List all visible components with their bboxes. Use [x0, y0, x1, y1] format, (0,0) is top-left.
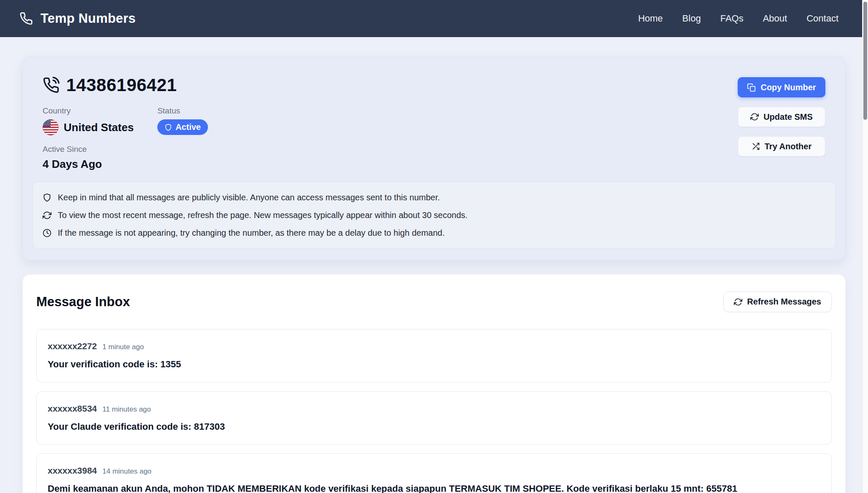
- nav-link-home[interactable]: Home: [638, 13, 663, 24]
- nav-link-about[interactable]: About: [763, 13, 787, 24]
- message-body: Demi keamanan akun Anda, mohon TIDAK MEM…: [48, 483, 820, 493]
- shuffle-icon: [752, 142, 760, 151]
- active-since-value: 4 Days Ago: [43, 158, 208, 171]
- notice-text: If the message is not appearing, try cha…: [58, 228, 445, 238]
- message-timestamp: 11 minutes ago: [102, 405, 151, 414]
- nav-link-contact[interactable]: Contact: [806, 13, 838, 24]
- notice-text: Keep in mind that all messages are publi…: [58, 193, 440, 202]
- brand-title: Temp Numbers: [40, 11, 136, 26]
- notice-row-refresh: To view the most recent message, refresh…: [43, 210, 825, 220]
- message-inbox-card: Message Inbox Refresh Messages xxxxxx227…: [22, 274, 846, 493]
- status-value: Active: [175, 122, 201, 132]
- status-label: Status: [157, 106, 208, 116]
- phone-call-icon: [43, 77, 59, 94]
- message-timestamp: 14 minutes ago: [102, 467, 151, 476]
- page: Temp Numbers Home Blog FAQs About Contac…: [0, 0, 868, 493]
- update-sms-button[interactable]: Update SMS: [738, 107, 825, 127]
- refresh-icon: [734, 298, 742, 306]
- message-row: xxxxxx2272 1 minute ago Your verificatio…: [36, 329, 832, 383]
- inbox-title: Message Inbox: [36, 294, 130, 310]
- navbar: Temp Numbers Home Blog FAQs About Contac…: [0, 0, 868, 37]
- update-sms-label: Update SMS: [763, 112, 813, 122]
- nav-link-blog[interactable]: Blog: [682, 13, 701, 24]
- number-card-buttons: Copy Number Update SMS: [738, 77, 825, 156]
- message-body: Your verification code is: 1355: [48, 358, 820, 370]
- country-block: Country: [43, 106, 134, 135]
- try-another-label: Try Another: [765, 142, 812, 151]
- nav-link-faqs[interactable]: FAQs: [720, 13, 744, 24]
- scrollbar-thumb[interactable]: [863, 2, 867, 120]
- message-body: Your Claude verification code is: 817303: [48, 421, 820, 433]
- phone-number: 14386196421: [66, 75, 177, 95]
- meta-row: Country: [43, 106, 208, 135]
- clock-icon: [43, 229, 51, 237]
- number-card: 14386196421 Country: [22, 56, 846, 260]
- copy-number-label: Copy Number: [760, 83, 816, 92]
- message-sender: xxxxxx3984: [48, 466, 97, 476]
- scrollbar[interactable]: [862, 0, 868, 493]
- active-since-block: Active Since 4 Days Ago: [43, 145, 208, 171]
- refresh-messages-label: Refresh Messages: [747, 297, 821, 307]
- shield-icon: [43, 193, 51, 202]
- main-content: 14386196421 Country: [0, 37, 868, 493]
- notice-row-delay: If the message is not appearing, try cha…: [43, 228, 825, 238]
- phone-icon: [19, 12, 33, 25]
- copy-icon: [747, 83, 756, 92]
- status-badge: Active: [157, 119, 208, 135]
- nav-links: Home Blog FAQs About Contact: [638, 13, 838, 24]
- status-block: Status Active: [157, 106, 208, 135]
- refresh-icon: [43, 211, 51, 220]
- message-timestamp: 1 minute ago: [102, 343, 144, 351]
- number-info: 14386196421 Country: [43, 75, 208, 171]
- refresh-messages-button[interactable]: Refresh Messages: [723, 291, 832, 312]
- country-label: Country: [43, 106, 134, 116]
- us-flag-icon: [43, 119, 59, 135]
- refresh-icon: [750, 113, 759, 121]
- notice-row-visibility: Keep in mind that all messages are publi…: [43, 193, 825, 202]
- copy-number-button[interactable]: Copy Number: [738, 77, 825, 97]
- phone-number-row: 14386196421: [43, 75, 208, 95]
- message-sender: xxxxxx8534: [48, 404, 97, 414]
- message-row: xxxxxx3984 14 minutes ago Demi keamanan …: [36, 453, 832, 493]
- message-sender: xxxxxx2272: [48, 341, 97, 351]
- inbox-header: Message Inbox Refresh Messages: [36, 291, 832, 312]
- country-value: United States: [64, 121, 134, 134]
- number-card-top: 14386196421 Country: [32, 75, 836, 171]
- brand[interactable]: Temp Numbers: [19, 11, 136, 26]
- notice-box: Keep in mind that all messages are publi…: [32, 182, 836, 249]
- message-row: xxxxxx8534 11 minutes ago Your Claude ve…: [36, 391, 832, 445]
- shield-icon: [164, 124, 172, 131]
- active-since-label: Active Since: [43, 145, 208, 154]
- notice-text: To view the most recent message, refresh…: [58, 210, 468, 220]
- try-another-button[interactable]: Try Another: [738, 136, 825, 156]
